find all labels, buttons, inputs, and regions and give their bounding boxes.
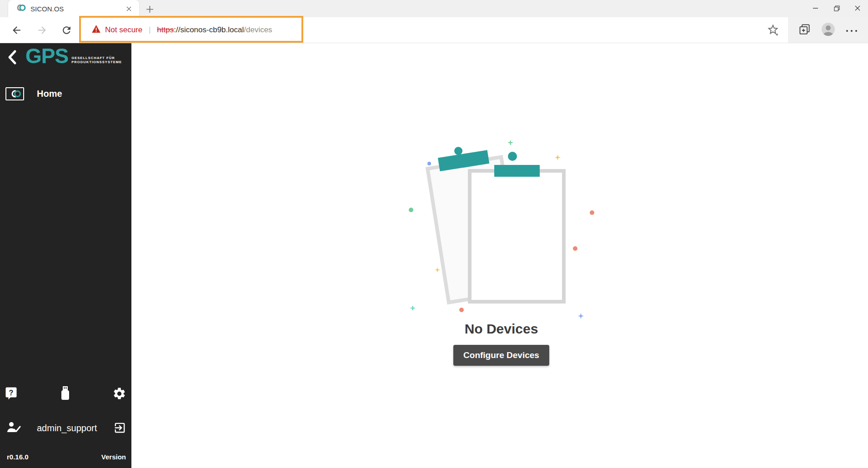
- help-icon[interactable]: ?: [5, 387, 17, 402]
- window-controls: [805, 0, 868, 16]
- address-url[interactable]: https://siconos-cb9b.local/devices: [157, 25, 272, 35]
- confetti-dot: [573, 246, 577, 251]
- tab-title: SICON.OS: [30, 5, 124, 13]
- browser-tab[interactable]: SICON.OS: [8, 0, 139, 17]
- app-frame: GPS GESELLSCHAFT FÜR PRODUKTIONSSYSTEME …: [0, 43, 868, 468]
- configure-devices-button[interactable]: Configure Devices: [453, 345, 549, 366]
- window-minimize-icon[interactable]: [805, 0, 826, 16]
- security-chip[interactable]: Not secure | https://siconos-cb9b.local/…: [92, 17, 272, 43]
- tab-close-icon[interactable]: [124, 4, 134, 14]
- url-path: /devices: [244, 25, 272, 34]
- confetti-dot: [459, 308, 464, 312]
- sidebar: GPS GESELLSCHAFT FÜR PRODUKTIONSSYSTEME …: [0, 43, 131, 468]
- warning-triangle-icon: [92, 25, 100, 35]
- svg-text:?: ?: [9, 389, 14, 397]
- refresh-icon[interactable]: [60, 24, 73, 36]
- main-content: + +: [131, 43, 868, 468]
- empty-state-text-block: No Devices Configure Devices: [405, 321, 598, 366]
- browser-menu-ellipsis-icon[interactable]: [846, 26, 858, 34]
- username-label: admin_support: [37, 423, 97, 433]
- new-tab-button[interactable]: [144, 3, 156, 15]
- collapse-chevron-icon[interactable]: [7, 50, 19, 64]
- back-icon[interactable]: [10, 24, 23, 36]
- url-host: ://siconos-cb9b.local: [174, 25, 244, 34]
- settings-gear-icon[interactable]: [112, 387, 126, 403]
- empty-state-illustration: + +: [405, 136, 598, 320]
- browser-toolbar: Not secure | https://siconos-cb9b.local/…: [0, 17, 868, 43]
- confetti-star-icon: [578, 313, 584, 321]
- confetti-dot: [409, 208, 413, 212]
- gps-logo: GPS GESELLSCHAFT FÜR PRODUKTIONSSYSTEME: [25, 46, 122, 66]
- window-close-icon[interactable]: [847, 0, 868, 16]
- clipboard-front: [468, 152, 566, 304]
- chip-divider: |: [149, 26, 151, 34]
- toolbar-right-zone: [788, 17, 868, 43]
- clipboard-front-clip-ring: [508, 152, 517, 161]
- window-restore-icon[interactable]: [826, 0, 847, 16]
- confetti-dot: [590, 210, 594, 215]
- logout-icon[interactable]: [113, 421, 126, 436]
- sidebar-tools-row: ?: [0, 385, 131, 405]
- clipboard-front-paper: [468, 169, 566, 304]
- sidebar-item-home-label: Home: [37, 89, 62, 99]
- collections-icon[interactable]: [798, 23, 811, 37]
- sidebar-item-home[interactable]: Home: [0, 84, 131, 103]
- sidebar-version-row: r0.16.0 Version: [0, 448, 131, 468]
- confetti-plus-icon: +: [410, 305, 415, 311]
- empty-state-title: No Devices: [405, 321, 598, 337]
- url-scheme: https: [157, 25, 174, 34]
- version-value: r0.16.0: [7, 453, 29, 461]
- gps-logo-text: GPS: [25, 46, 68, 66]
- gps-logo-subtitle: GESELLSCHAFT FÜR PRODUKTIONSSYSTEME: [71, 56, 122, 64]
- home-sicon-icon: [5, 87, 24, 100]
- clipboard-front-clip: [494, 165, 540, 177]
- browser-titlebar: SICON.OS: [0, 0, 868, 17]
- version-label: Version: [101, 453, 126, 461]
- sicon-favicon-icon: [14, 4, 26, 14]
- usb-icon[interactable]: [60, 386, 71, 402]
- forward-icon[interactable]: [35, 24, 48, 36]
- person-check-icon: [6, 421, 21, 435]
- not-secure-label: Not secure: [105, 25, 142, 35]
- profile-avatar-icon[interactable]: [821, 22, 835, 38]
- sidebar-user-row: admin_support: [0, 417, 131, 439]
- confetti-plus-icon: +: [508, 140, 513, 145]
- favorite-star-icon[interactable]: [767, 23, 780, 37]
